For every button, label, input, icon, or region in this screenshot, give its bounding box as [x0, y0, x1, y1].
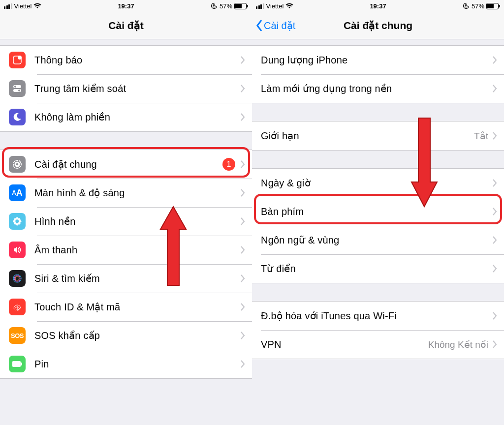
signal-bars-icon — [4, 3, 12, 9]
svg-point-18 — [18, 218, 21, 221]
row-wallpaper[interactable]: Hình nền — [0, 207, 252, 236]
signal-bars-icon — [256, 3, 264, 9]
row-itunes-wifi-sync[interactable]: Đ.bộ hóa với iTunes qua Wi-Fi — [252, 302, 504, 330]
control-center-icon — [9, 80, 26, 97]
text-size-icon: AA — [9, 184, 26, 201]
chevron-right-icon — [240, 113, 245, 121]
svg-point-5 — [18, 56, 22, 60]
svg-point-21 — [16, 220, 19, 223]
carrier-label: Viettel — [14, 2, 32, 10]
row-value: Không Kết nối — [428, 339, 488, 350]
row-siri[interactable]: Siri & tìm kiếm — [0, 264, 252, 293]
row-label: VPN — [261, 339, 428, 350]
row-label: Pin — [34, 359, 240, 370]
row-label: Ngôn ngữ & vùng — [261, 234, 492, 246]
battery-percent: 57% — [472, 2, 484, 10]
row-display[interactable]: AA Màn hình & độ sáng — [0, 179, 252, 207]
general-list[interactable]: Dung lượng iPhone Làm mới ứng dụng trong… — [252, 39, 504, 425]
svg-point-24 — [15, 276, 19, 280]
row-label: Từ điển — [261, 263, 492, 274]
status-bar: Viettel 19:37 57% — [252, 0, 504, 12]
highlight-annotation — [254, 194, 502, 224]
svg-rect-25 — [12, 361, 21, 367]
chevron-right-icon — [492, 236, 497, 244]
row-label: Trung tâm kiểm soát — [34, 83, 240, 94]
row-date-time[interactable]: Ngày & giờ — [252, 169, 504, 197]
battery-percent: 57% — [220, 2, 232, 10]
chevron-right-icon — [240, 56, 245, 64]
row-label: Hình nền — [34, 215, 240, 227]
row-notifications[interactable]: Thông báo — [0, 46, 252, 74]
svg-rect-3 — [247, 5, 248, 7]
svg-rect-26 — [21, 363, 22, 365]
chevron-right-icon — [240, 189, 245, 197]
settings-list[interactable]: Thông báo Trung tâm kiểm soát Không làm … — [0, 39, 252, 425]
svg-point-19 — [14, 222, 17, 225]
row-sos[interactable]: SOS SOS khẩn cấp — [0, 321, 252, 350]
row-control-center[interactable]: Trung tâm kiểm soát — [0, 74, 252, 103]
carrier-label: Viettel — [266, 2, 284, 10]
row-iphone-storage[interactable]: Dung lượng iPhone — [252, 46, 504, 74]
svg-point-17 — [14, 218, 17, 221]
highlight-annotation — [2, 147, 250, 178]
svg-rect-29 — [487, 4, 494, 8]
row-label: Dung lượng iPhone — [261, 54, 492, 66]
row-label: Touch ID & Mật mã — [34, 301, 240, 313]
svg-rect-2 — [235, 4, 242, 8]
chevron-right-icon — [492, 132, 497, 140]
row-label: Không làm phiền — [34, 111, 240, 123]
screen-settings: Viettel 19:37 57% Cài đặt Thông báo Trun… — [0, 0, 252, 425]
row-label: SOS khẩn cấp — [34, 330, 240, 341]
sos-icon: SOS — [9, 327, 26, 344]
row-vpn[interactable]: VPN Không Kết nối — [252, 330, 504, 359]
orientation-lock-icon — [211, 2, 218, 9]
page-title: Cài đặt chung — [344, 20, 412, 31]
row-label: Ngày & giờ — [261, 177, 492, 189]
clock: 19:37 — [370, 2, 386, 10]
chevron-right-icon — [240, 274, 245, 282]
chevron-right-icon — [240, 360, 245, 368]
row-dnd[interactable]: Không làm phiền — [0, 103, 252, 131]
chevron-right-icon — [492, 312, 497, 320]
chevron-right-icon — [492, 179, 497, 187]
wifi-icon — [33, 3, 41, 9]
battery-row-icon — [9, 356, 26, 372]
chevron-right-icon — [240, 246, 245, 254]
row-value: Tắt — [474, 130, 488, 142]
nav-bar: Cài đặt — [0, 12, 252, 39]
row-restrictions[interactable]: Giới hạn Tắt — [252, 121, 504, 150]
clock: 19:37 — [118, 2, 134, 10]
row-label: Màn hình & độ sáng — [34, 187, 240, 199]
siri-icon — [9, 270, 26, 287]
screen-general: Viettel 19:37 57% Cài đặt Cài đặt chung … — [252, 0, 504, 425]
notifications-icon — [9, 52, 26, 68]
fingerprint-icon — [9, 299, 26, 315]
back-button[interactable]: Cài đặt — [255, 20, 295, 31]
moon-icon — [9, 109, 26, 125]
back-label: Cài đặt — [264, 20, 295, 31]
svg-point-9 — [18, 90, 20, 91]
orientation-lock-icon — [463, 2, 470, 9]
battery-icon — [486, 3, 500, 9]
flower-icon — [9, 213, 26, 230]
wifi-icon — [285, 3, 293, 9]
chevron-right-icon — [492, 56, 497, 64]
row-label: Thông báo — [34, 55, 240, 66]
svg-point-7 — [14, 86, 16, 88]
svg-rect-30 — [499, 5, 500, 7]
chevron-right-icon — [240, 332, 245, 339]
row-label: Đ.bộ hóa với iTunes qua Wi-Fi — [261, 310, 492, 322]
row-label: Giới hạn — [261, 130, 474, 142]
chevron-right-icon — [240, 303, 245, 311]
row-touchid[interactable]: Touch ID & Mật mã — [0, 293, 252, 321]
row-label: Làm mới ứng dụng trong nền — [261, 83, 492, 94]
nav-bar: Cài đặt Cài đặt chung — [252, 12, 504, 39]
row-battery[interactable]: Pin — [0, 350, 252, 378]
row-dictionary[interactable]: Từ điển — [252, 254, 504, 283]
chevron-right-icon — [492, 265, 497, 273]
row-language-region[interactable]: Ngôn ngữ & vùng — [252, 226, 504, 254]
chevron-right-icon — [492, 340, 497, 348]
row-sounds[interactable]: Âm thanh — [0, 236, 252, 264]
row-background-refresh[interactable]: Làm mới ứng dụng trong nền — [252, 74, 504, 103]
row-label: Âm thanh — [34, 244, 240, 256]
